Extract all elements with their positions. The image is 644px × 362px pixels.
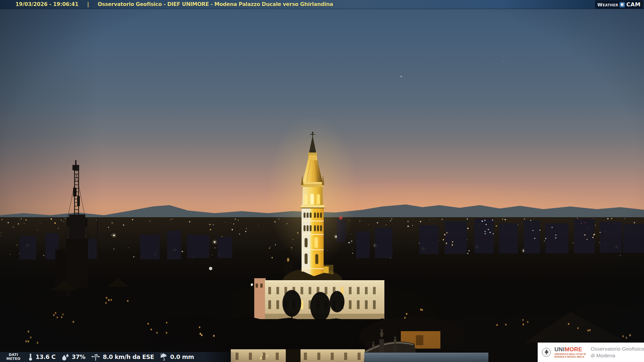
weathercam-word2: CAM (626, 1, 641, 8)
observatory-line2: di Modena (591, 352, 644, 359)
observatory-name: Osservatorio Geofisico di Modena (591, 346, 644, 359)
weathercam-globe-icon (620, 2, 625, 7)
unimore-wordmark: UNIMORE (554, 347, 586, 352)
title-bar: 19/03/2026 - 19:06:41 | Osservatorio Geo… (0, 0, 644, 9)
wind-vane-icon (91, 353, 101, 361)
cityscape-photo (0, 0, 644, 362)
thermometer-icon (28, 353, 34, 361)
wind-reading: 8.0 km/h da ESE (91, 353, 154, 361)
meteo-label-line2: METEO (5, 357, 22, 361)
rain-umbrella-icon (159, 353, 168, 361)
subtext-line1: UNIVERSITÀ DEGLI STUDI DI (554, 353, 586, 356)
webcam-frame: 19/03/2026 - 19:06:41 | Osservatorio Geo… (0, 0, 644, 362)
camera-title: Osservatorio Geofisico - DIEF UNIMORE - … (98, 1, 333, 7)
humidity-icon (61, 353, 70, 361)
unimore-seal-icon (541, 345, 551, 360)
unimore-logo-box: UNIMORE UNIVERSITÀ DEGLI STUDI DI MODENA… (538, 343, 644, 362)
meteo-label: DATI METEO (5, 353, 22, 361)
humidity-value: 37% (72, 354, 86, 360)
separator: | (87, 1, 89, 7)
weather-data-bar: DATI METEO 13.6 C 37% (0, 352, 236, 362)
wordmark-more: MORE (565, 346, 582, 353)
wordmark-uni: UNI (554, 346, 565, 353)
rain-reading: 0.0 mm (159, 353, 194, 361)
rain-value: 0.0 mm (170, 354, 194, 360)
vignette (0, 0, 644, 362)
wind-value: 8.0 km/h da ESE (103, 354, 154, 360)
timestamp: 19/03/2026 - 19:06:41 (15, 1, 78, 7)
observatory-line1: Osservatorio Geofisico (591, 346, 644, 352)
humidity-reading: 37% (61, 353, 86, 361)
temperature-reading: 13.6 C (28, 353, 56, 361)
subtext-line2: MODENA E REGGIO EMILIA (554, 356, 586, 358)
unimore-subtext: UNIVERSITÀ DEGLI STUDI DI MODENA E REGGI… (554, 353, 586, 358)
temperature-value: 13.6 C (36, 354, 56, 360)
weathercam-logo: Weather CAM (595, 0, 643, 9)
unimore-brand: UNIMORE UNIVERSITÀ DEGLI STUDI DI MODENA… (554, 347, 586, 358)
weathercam-word1: Weather (597, 2, 618, 7)
